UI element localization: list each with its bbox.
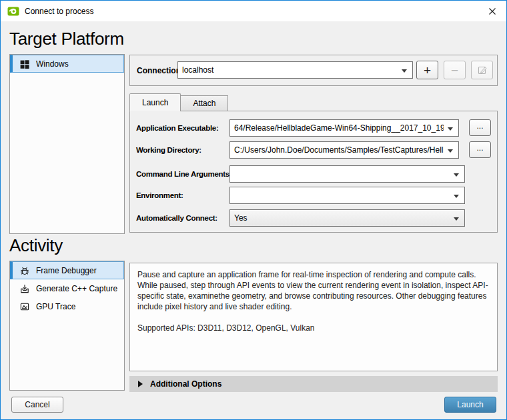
close-button[interactable] xyxy=(478,1,506,21)
description-paragraph: Pause and capture an application frame f… xyxy=(137,269,490,312)
application-executable-row: Application Executable: 64/Release/Hellb… xyxy=(130,119,497,137)
additional-options-label: Additional Options xyxy=(150,379,221,389)
connection-group: Connection: localhost + − xyxy=(129,55,498,86)
trace-chart-icon xyxy=(19,301,30,312)
dropdown-arrow-icon[interactable] xyxy=(402,69,407,73)
application-executable-combobox[interactable]: 64/Release/HellbladeGame-Win64-Shipping_… xyxy=(229,119,459,137)
additional-options-expander[interactable]: Additional Options xyxy=(129,376,498,392)
connection-combobox[interactable]: localhost xyxy=(177,61,413,79)
launch-attach-tabbar: Launch Attach xyxy=(129,93,227,111)
minus-icon: − xyxy=(451,64,458,77)
activity-description-text: Pause and capture an application frame f… xyxy=(130,263,497,339)
window-title: Connect to process xyxy=(25,7,93,16)
activity-item-label: Frame Debugger xyxy=(36,266,97,275)
close-icon xyxy=(488,7,496,15)
environment-row: Environment: xyxy=(130,187,497,204)
command-line-arguments-combobox[interactable] xyxy=(229,165,465,183)
tab-attach[interactable]: Attach xyxy=(180,95,228,111)
launch-tab-panel: Application Executable: 64/Release/Hellb… xyxy=(129,111,498,233)
platform-item-label: Windows xyxy=(36,59,69,69)
working-directory-browse-button[interactable]: ... xyxy=(469,141,491,158)
activity-listbox: Frame Debugger Generate C++ Capture GPU … xyxy=(9,261,125,391)
automatically-connect-row: Automatically Connect: Yes xyxy=(130,209,497,227)
environment-combobox[interactable] xyxy=(229,187,465,204)
dropdown-arrow-icon[interactable] xyxy=(454,217,459,221)
activity-description-panel: Pause and capture an application frame f… xyxy=(129,263,498,371)
activity-item-frame-debugger[interactable]: Frame Debugger xyxy=(10,261,124,279)
command-line-arguments-label: Command Line Arguments: xyxy=(136,165,231,183)
expander-collapsed-triangle-icon xyxy=(138,381,143,387)
connection-label: Connection: xyxy=(137,61,183,80)
dropdown-arrow-icon[interactable] xyxy=(448,127,453,131)
automatically-connect-label: Automatically Connect: xyxy=(136,209,217,227)
edit-connection-button[interactable] xyxy=(471,61,493,79)
environment-label: Environment: xyxy=(136,187,183,204)
dropdown-arrow-icon[interactable] xyxy=(448,149,453,153)
application-executable-value: 64/Release/HellbladeGame-Win64-Shipping_… xyxy=(234,120,444,136)
add-connection-button[interactable]: + xyxy=(416,61,438,79)
titlebar: Connect to process xyxy=(1,1,506,21)
activity-item-generate-cpp-capture[interactable]: Generate C++ Capture xyxy=(10,279,124,297)
activity-item-gpu-trace[interactable]: GPU Trace xyxy=(10,297,124,315)
working-directory-label: Working Directory: xyxy=(136,141,201,159)
nvidia-logo-icon xyxy=(7,7,19,16)
platform-listbox: Windows xyxy=(9,54,125,234)
working-directory-combobox[interactable]: C:/Users/John.Doe/Documents/Samples/Test… xyxy=(229,141,459,159)
activity-heading: Activity xyxy=(9,235,63,256)
connect-to-process-dialog: Connect to process Target Platform Windo… xyxy=(0,0,507,420)
supported-apis: Supported APIs: D3D11, D3D12, OpenGL, Vu… xyxy=(137,323,490,333)
automatically-connect-select[interactable]: Yes xyxy=(229,209,465,227)
capture-download-icon xyxy=(19,283,30,294)
activity-item-label: GPU Trace xyxy=(36,302,75,311)
command-line-arguments-row: Command Line Arguments: xyxy=(130,165,497,183)
target-platform-heading: Target Platform xyxy=(9,29,124,49)
edit-pencil-icon xyxy=(477,65,488,75)
cancel-button[interactable]: Cancel xyxy=(11,397,63,413)
remove-connection-button[interactable]: − xyxy=(444,61,466,79)
windows-logo-icon xyxy=(19,59,30,69)
activity-item-label: Generate C++ Capture xyxy=(36,284,117,293)
application-executable-browse-button[interactable]: ... xyxy=(469,119,491,136)
automatically-connect-value: Yes xyxy=(234,210,450,226)
dropdown-arrow-icon[interactable] xyxy=(454,195,459,198)
working-directory-value: C:/Users/John.Doe/Documents/Samples/Test… xyxy=(234,142,444,158)
bug-icon xyxy=(19,265,30,276)
platform-item-windows[interactable]: Windows xyxy=(10,55,124,73)
tab-launch[interactable]: Launch xyxy=(129,93,181,111)
dropdown-arrow-icon[interactable] xyxy=(454,173,459,177)
launch-button[interactable]: Launch xyxy=(444,397,496,413)
application-executable-label: Application Executable: xyxy=(136,119,218,137)
working-directory-row: Working Directory: C:/Users/John.Doe/Doc… xyxy=(130,141,497,159)
plus-icon: + xyxy=(424,64,431,77)
connection-value: localhost xyxy=(182,62,398,78)
